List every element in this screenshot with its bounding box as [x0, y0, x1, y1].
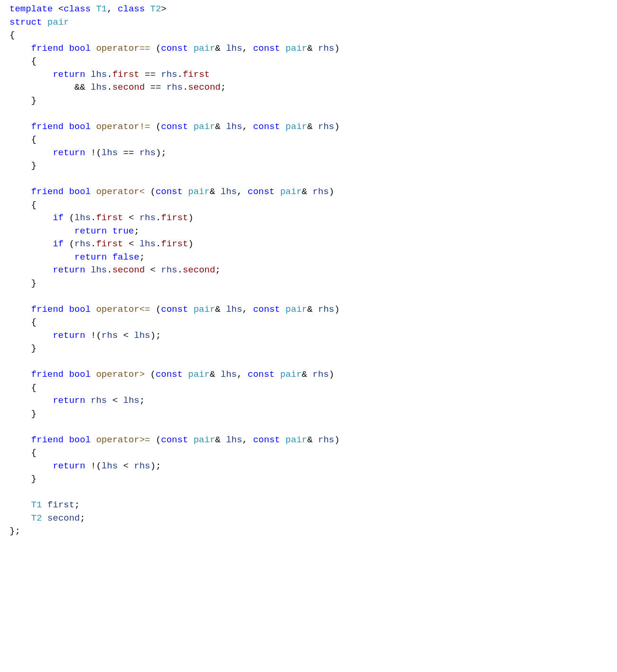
mem-first: first — [112, 69, 140, 80]
kw-class: class — [64, 4, 91, 14]
var-lhs: lhs — [226, 43, 242, 54]
kw-if: if — [53, 213, 64, 223]
fn-operator-lt: operator — [96, 187, 139, 197]
decl-first: first — [47, 500, 75, 510]
code-block: template <class T1, class T2> struct pai… — [0, 0, 617, 538]
kw-false: false — [112, 252, 140, 262]
decl-second: second — [47, 513, 80, 523]
fn-operator-le: operator — [96, 304, 139, 315]
sym-eqeq: == — [140, 43, 150, 54]
kw-template: template — [9, 4, 53, 14]
kw-class: class — [118, 4, 145, 14]
kw-return: return — [53, 69, 85, 80]
type-T2: T2 — [150, 4, 161, 14]
kw-bool: bool — [69, 43, 91, 54]
type-T1: T1 — [96, 4, 107, 14]
kw-friend: friend — [31, 43, 64, 54]
kw-true: true — [112, 226, 134, 236]
mem-second: second — [112, 82, 145, 93]
fn-operator-eq: operator — [96, 43, 139, 54]
type-pair: pair — [47, 17, 69, 28]
fn-operator-gt: operator — [96, 369, 139, 380]
var-rhs: rhs — [318, 43, 334, 54]
fn-operator-ne: operator — [96, 121, 139, 132]
kw-struct: struct — [9, 17, 42, 28]
fn-operator-ge: operator — [96, 435, 139, 445]
